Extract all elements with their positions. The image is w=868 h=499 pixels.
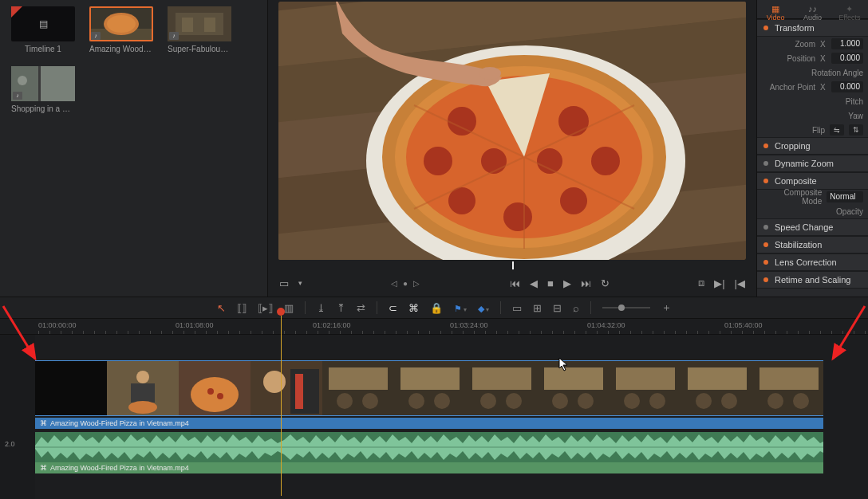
viewer-nav-dots[interactable]: ◁ ● ▷ <box>391 279 421 288</box>
marker-button[interactable]: ◆▾ <box>478 302 489 314</box>
svg-rect-49 <box>290 369 319 414</box>
mediapool-item-shopping[interactable]: ♪ Shopping in a Viet... <box>11 66 75 113</box>
prop-label: Position <box>787 54 815 63</box>
zoom-add-button[interactable]: ＋ <box>661 301 672 315</box>
section-dynamic-zoom[interactable]: Dynamic Zoom <box>757 155 868 172</box>
svg-point-65 <box>552 393 568 409</box>
play-button[interactable]: ▶ <box>563 277 571 289</box>
section-cropping[interactable]: Cropping <box>757 137 868 155</box>
section-enable-dot[interactable] <box>763 242 768 247</box>
composite-mode-select[interactable]: Normal <box>827 191 863 202</box>
svg-point-29 <box>424 147 452 175</box>
video-clip-label[interactable]: ⌘ Amazing Wood-Fired Pizza in Vietnam.mp… <box>35 418 823 429</box>
svg-point-27 <box>503 202 532 231</box>
audio-clip-label[interactable]: ⌘ Amazing Wood-Fired Pizza in Vietnam.mp… <box>35 462 823 473</box>
audio-track-clip[interactable] <box>35 432 823 462</box>
anchor-x-input[interactable]: 0.000 <box>831 81 863 92</box>
section-speed-change[interactable]: Speed Change <box>757 218 868 236</box>
ruler-tick: 01:01:08:00 <box>176 321 214 329</box>
zoom-x-input[interactable]: 1.000 <box>831 38 863 49</box>
prop-label: Flip <box>812 126 825 135</box>
inspector-tab-audio[interactable]: ♪♪ Audio <box>794 0 831 18</box>
svg-point-24 <box>558 106 589 136</box>
section-lens-correction[interactable]: Lens Correction <box>757 253 868 271</box>
search-button[interactable]: ⌕ <box>573 302 579 314</box>
stop-button[interactable]: ■ <box>547 277 554 289</box>
svg-point-26 <box>560 187 587 214</box>
section-enable-dot[interactable] <box>763 26 768 30</box>
svg-point-57 <box>408 393 424 409</box>
svg-point-48 <box>263 371 286 393</box>
section-enable-dot[interactable] <box>763 225 768 230</box>
svg-rect-10 <box>38 66 41 101</box>
flag-button[interactable]: ⚑▾ <box>454 302 467 314</box>
timeline-toolbar: ↖ ⟦⟧ ⟦▸⟧ ▥ ⤓ ⤒ ⇄ ⊂ ⌘ 🔒 ⚑▾ ◆▾ ▭ ⊞ ⊟ ⌕ ＋ <box>0 297 868 319</box>
timeline-ruler[interactable]: 01:00:00:0001:01:08:0001:02:16:0001:03:2… <box>0 319 868 335</box>
svg-point-77 <box>767 393 783 409</box>
viewer-scrubbar[interactable] <box>294 261 731 271</box>
svg-rect-68 <box>616 367 675 390</box>
timeline-badge-icon <box>11 6 22 18</box>
trim-tool[interactable]: ⟦⟧ <box>237 302 247 314</box>
insert-button[interactable]: ⤓ <box>317 302 326 314</box>
viewer-crop-button[interactable]: ▭ <box>279 277 289 289</box>
chevron-down-icon[interactable]: ▾ <box>298 279 302 287</box>
svg-rect-38 <box>35 361 107 416</box>
svg-point-22 <box>448 107 476 136</box>
inspector-tab-video[interactable]: ▦ Video <box>757 0 794 18</box>
flip-h-button[interactable]: ⇋ <box>830 124 844 136</box>
section-stabilization[interactable]: Stabilization <box>757 236 868 253</box>
section-composite[interactable]: Composite <box>757 172 868 190</box>
view-options-button[interactable]: ⊟ <box>553 302 562 314</box>
section-enable-dot[interactable] <box>763 260 768 265</box>
audio-badge-icon: ♪ <box>169 32 179 40</box>
position-x-input[interactable]: 0.000 <box>831 53 863 64</box>
dynamic-trim-tool[interactable]: ⟦▸⟧ <box>258 302 273 314</box>
go-start-button[interactable]: ⏮ <box>510 277 520 289</box>
ruler-tick: 01:04:32:00 <box>587 321 625 329</box>
prop-label: Pitch <box>846 97 863 106</box>
match-frame-button[interactable]: ⧈ <box>698 277 704 289</box>
next-clip-button[interactable]: ▶| <box>714 277 724 289</box>
axis-label: X <box>820 40 827 49</box>
selection-tool[interactable]: ↖ <box>217 302 226 314</box>
section-title: Transform <box>775 23 815 33</box>
blade-tool[interactable]: ▥ <box>284 302 294 314</box>
audio-icon: ♪♪ <box>794 5 831 13</box>
next-frame-button[interactable]: ⏭ <box>581 277 591 289</box>
prop-label: Opacity <box>836 207 863 216</box>
svg-rect-50 <box>295 374 303 409</box>
section-enable-dot[interactable] <box>763 277 768 282</box>
snap-button[interactable]: ⊂ <box>389 302 397 314</box>
inspector-tab-effects[interactable]: ✦ Effects <box>831 0 868 18</box>
playhead[interactable] <box>277 308 285 316</box>
zoom-slider[interactable] <box>602 307 650 308</box>
lock-button[interactable]: 🔒 <box>430 302 443 314</box>
mediapool-item-label: Shopping in a Viet... <box>11 104 75 113</box>
flip-v-button[interactable]: ⇅ <box>849 124 863 136</box>
link-button[interactable]: ⌘ <box>408 302 419 314</box>
section-enable-dot[interactable] <box>763 179 768 183</box>
index-button[interactable]: ⊞ <box>533 302 542 314</box>
captions-button[interactable]: ▭ <box>512 302 522 314</box>
svg-point-62 <box>506 393 522 409</box>
zoom-knob[interactable] <box>618 305 625 311</box>
svg-rect-6 <box>182 18 193 32</box>
preview-canvas[interactable] <box>278 2 746 260</box>
mediapool-item-super-fabulous[interactable]: ♪ Super-Fabulous R... <box>168 6 231 53</box>
section-retime-scaling[interactable]: Retime and Scaling <box>757 271 868 289</box>
loop-button[interactable]: ↻ <box>601 277 610 289</box>
svg-rect-60 <box>472 367 531 390</box>
section-enable-dot[interactable] <box>763 161 768 166</box>
section-title: Dynamic Zoom <box>775 159 834 168</box>
mediapool-item-timeline1[interactable]: ▤ Timeline 1 <box>11 6 75 53</box>
replace-button[interactable]: ⇄ <box>357 302 365 314</box>
section-title: Lens Correction <box>775 257 837 267</box>
video-track-clip[interactable] <box>35 360 823 416</box>
prev-frame-button[interactable]: ◀ <box>530 277 538 289</box>
mediapool-item-amazing-wood[interactable]: ♪ Amazing Wood-Fir... <box>89 6 153 53</box>
section-enable-dot[interactable] <box>763 143 768 148</box>
svg-point-61 <box>480 393 496 409</box>
go-end-button[interactable]: |◀ <box>735 277 745 289</box>
overwrite-button[interactable]: ⤒ <box>337 302 345 314</box>
